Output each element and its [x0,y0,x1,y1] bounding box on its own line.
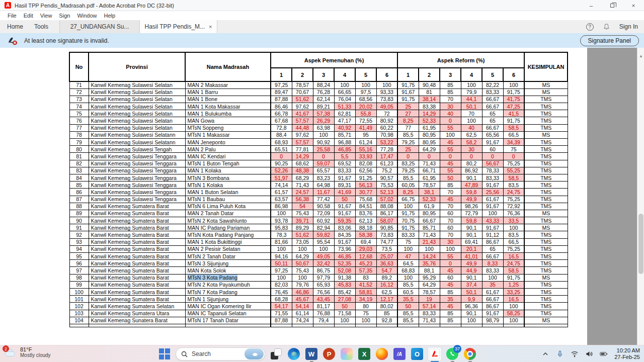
header-reform-6: 6 [503,68,524,81]
cell-kesimpulan: TMS [524,182,568,189]
notifications-bell-icon[interactable] [603,23,610,31]
cell-pemenuhan-5: 82,08 [355,160,376,167]
cell-pemenuhan-4: 51,33 [334,103,355,110]
restore-button[interactable] [602,0,623,11]
empty-cell [69,324,89,327]
cell-pemenuhan-3: 77,42 [313,196,334,203]
cell-pemenuhan-2: 75,43 [292,267,313,274]
cell-pemenuhan-6: 12,17 [376,296,397,303]
nama-text: MTsN 7 Kota Padang [188,289,237,295]
tab-tools[interactable]: Tools [34,20,48,33]
task-view-button[interactable] [270,347,283,360]
cell-reform-5: 65 [482,117,503,124]
cell-no: 92 [69,231,89,238]
start-button[interactable] [158,347,171,360]
tab-close-icon[interactable]: × [209,24,212,30]
cell-pemenuhan-4: 41,69 [334,189,355,196]
cell-reform-2: 83,38 [419,103,440,110]
word-button[interactable]: W [305,347,318,360]
cell-pemenuhan-3: 76,28 [313,88,334,96]
cell-pemenuhan-4: 62,81 [334,110,355,117]
cell-provinsi: Kanwil Kemenag Sulawesi Selatan [89,96,185,103]
copilot-button[interactable] [340,347,353,360]
cell-reform-1: 60,05 [397,182,419,189]
cell-pemenuhan-5: 55,16 [355,146,376,153]
cell-reform-4: 80,2 [461,160,482,167]
cell-reform-3: 55 [440,167,461,174]
cell-kesimpulan: MS [524,210,568,217]
signature-panel-button[interactable]: Signature Panel [580,35,639,46]
tab-home[interactable]: Home [7,20,23,33]
cell-pemenuhan-6: 72 [376,110,397,117]
cell-kesimpulan: TMS [524,196,568,203]
help-icon[interactable]: ? [586,23,594,31]
document-tab-undangan[interactable]: 27_UNDANGAN Su... [59,20,140,33]
cell-nama: MAN 2 Tanah Datar [185,210,271,217]
cell-no: 95 [69,253,89,260]
battery-icon[interactable] [600,350,608,358]
powerpoint-button[interactable]: P [323,347,336,360]
menu-edit[interactable]: Edit [20,13,37,19]
cell-provinsi: Kanwil Kemenag Sulawesi Selatann [89,139,185,146]
menu-view[interactable]: View [37,13,56,19]
menu-help[interactable]: Help [101,13,119,19]
document-tab-hasil-tpp[interactable]: Hasil TPP Pendis_M... × [140,20,217,33]
vertical-scrollbar[interactable]: ▲ [637,48,644,345]
close-button[interactable]: × [623,0,644,11]
cell-pemenuhan-2: 68,29 [292,174,313,181]
menu-file[interactable]: File [4,13,20,19]
cell-kesimpulan: TMS [524,160,568,167]
cell-pemenuhan-1: 97,25 [271,81,292,88]
speaker-icon[interactable] [585,350,593,358]
minimize-button[interactable]: – [581,0,602,11]
cell-pemenuhan-6: 75,2 [376,167,397,174]
scrollbar-thumb[interactable] [638,214,643,274]
scroll-up-arrow-icon[interactable]: ▲ [638,54,643,58]
cell-pemenuhan-1: 50,11 [271,260,292,267]
edge-button[interactable] [287,347,300,360]
cell-reform-2: 19 [419,296,440,303]
cell-reform-2: 52,33 [419,117,440,124]
taskbar-clock[interactable]: 10:20 AM 27-Feb-25 [614,347,640,360]
microphone-icon[interactable] [556,350,564,358]
cell-kesimpulan: MS [524,317,568,324]
cell-pemenuhan-2: 75,43 [292,210,313,217]
cell-pemenuhan-5: 45,23 [355,260,376,267]
firefox-button[interactable] [375,347,388,360]
cell-pemenuhan-4: 46,85 [334,146,355,153]
cell-reform-1: 64,5 [397,260,419,267]
adobe-cc-button[interactable]: /A [393,347,406,360]
cell-pemenuhan-5: 29,03 [355,245,376,252]
outlook-button[interactable]: O [411,347,424,360]
sign-in-button[interactable]: Sign In [619,23,638,30]
wifi-icon[interactable] [571,350,579,358]
cell-pemenuhan-1: 68,93 [271,139,292,146]
cell-reform-3: 35 [440,296,461,303]
cell-pemenuhan-6: 93,33 [376,88,397,96]
cell-pemenuhan-5: 34,19 [355,296,376,303]
cell-reform-5: 66,67 [482,124,503,131]
tray-chevron-up-icon[interactable] [541,350,549,358]
whatsapp-button[interactable]: 37 [446,347,459,360]
cell-provinsi: Kanwil Kemenag Sumatera Barat [89,231,185,238]
nama-text: MTsN 2 Kota Sawahlunto [188,218,247,224]
cell-reform-3: 70 [440,96,461,103]
nama-text: MAN 1 Kolaka [188,167,221,173]
acrobat-button[interactable] [428,347,441,360]
chrome-button[interactable] [463,347,476,360]
cell-reform-4: 90,1 [461,310,482,317]
weather-widget[interactable]: 2 81°F Mostly cloudy [4,346,51,358]
excel-button[interactable]: X [358,347,371,360]
table-row: 86Kanwil Kemenag Sulawesi TenggaraMAN 1 … [69,189,568,196]
cell-pemenuhan-3: 95,54 [313,238,334,245]
menu-sign[interactable]: Sign [55,13,73,19]
menu-window[interactable]: Window [73,13,100,19]
cell-nama: MTsN 7 Kota Padang [185,288,271,295]
cell-pemenuhan-6: 100 [376,81,397,88]
taskbar-search[interactable]: Search [176,347,265,360]
cell-no: 78 [69,131,89,138]
cell-nama: MAN IC Padang Pariaman [185,224,271,231]
header-provinsi: Provinsi [89,52,185,81]
cell-reform-6: 66,5 [503,238,524,245]
cell-reform-4: 98,26 [461,203,482,210]
